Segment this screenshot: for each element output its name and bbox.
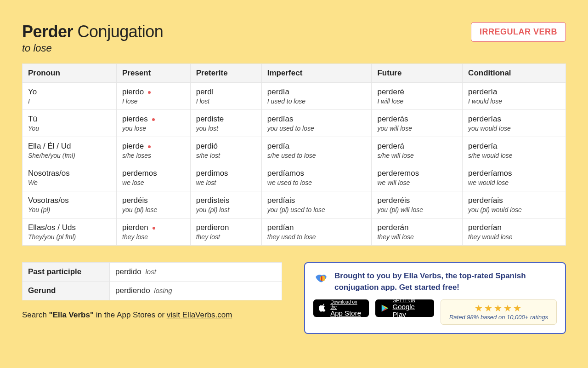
pronoun-cell: Ella / Él / UdShe/he/you (fml) — [23, 137, 117, 164]
conjugation-cell: perderemoswe will lose — [372, 164, 463, 191]
app-store-badge[interactable]: Download on theApp Store — [313, 299, 369, 317]
promo-box: Brought to you by Ella Verbs, the top-ra… — [304, 262, 566, 334]
column-header: Conditional — [463, 64, 566, 83]
svg-point-0 — [320, 276, 325, 281]
conjugation-cell: perdemoswe lose — [117, 164, 191, 191]
table-row: TúYoupierdes you loseperdisteyou lostper… — [23, 110, 566, 137]
participles-table: Past participle perdido lost Gerund perd… — [22, 262, 282, 300]
pronoun-cell: TúYou — [23, 110, 117, 137]
column-header: Pronoun — [23, 64, 117, 83]
conjugation-cell: perderásyou will lose — [372, 110, 463, 137]
table-row: Ellas/os / UdsThey/you (pl fml)pierden t… — [23, 218, 566, 246]
irregular-dot-icon — [148, 145, 151, 148]
conjugation-cell: perderéI will lose — [372, 83, 463, 110]
conjugation-cell: pierde s/he loses — [117, 137, 191, 164]
irregular-dot-icon — [153, 227, 155, 230]
conjugation-cell: perdéisyou (pl) lose — [117, 191, 191, 218]
conjugation-cell: perdías/he used to lose — [261, 137, 372, 164]
conjugation-cell: perdíaisyou (pl) used to lose — [261, 191, 372, 218]
verb-name: Perder — [22, 22, 73, 41]
table-row: Ella / Él / UdShe/he/you (fml)pierde s/h… — [23, 137, 566, 164]
conjugation-cell: perderánthey will lose — [372, 218, 463, 246]
gerund-label: Gerund — [23, 282, 110, 300]
conjugation-cell: perderíanthey would lose — [463, 218, 566, 246]
conjugation-cell: perdieronthey lost — [190, 218, 261, 246]
rating-text: Rated 98% based on 10,000+ ratings — [449, 314, 548, 321]
conjugation-cell: perdimoswe lost — [190, 164, 261, 191]
conjugation-cell: perderíaI would lose — [463, 83, 566, 110]
conjugation-cell: perdíamoswe used to lose — [261, 164, 372, 191]
conjugation-cell: perdisteyou lost — [190, 110, 261, 137]
conjugation-cell: perderías/he would lose — [463, 137, 566, 164]
conjugation-cell: perdiós/he lost — [190, 137, 261, 164]
conjugation-cell: pierdo I lose — [117, 83, 191, 110]
svg-rect-1 — [321, 276, 322, 281]
table-row: Nosotras/osWeperdemoswe loseperdimoswe l… — [23, 164, 566, 191]
conjugation-cell: pierden they lose — [117, 218, 191, 246]
conjugation-cell: perderíasyou would lose — [463, 110, 566, 137]
play-icon — [381, 304, 389, 312]
column-header: Future — [372, 64, 463, 83]
visit-link[interactable]: visit EllaVerbs.com — [167, 310, 232, 319]
column-header: Present — [117, 64, 191, 83]
ella-verbs-link[interactable]: Ella Verbs — [404, 271, 441, 280]
star-icons: ★★★★★ — [449, 303, 548, 314]
promo-text: Brought to you by Ella Verbs, the top-ra… — [334, 270, 557, 293]
pronoun-cell: YoI — [23, 83, 117, 110]
gerund-value: perdiendo losing — [110, 282, 282, 300]
conjugation-table: PronounPresentPreteriteImperfectFutureCo… — [22, 63, 566, 246]
conjugation-cell: perderás/he will lose — [372, 137, 463, 164]
app-logo-icon — [313, 271, 329, 287]
past-participle-value: perdido lost — [110, 263, 282, 282]
verb-translation: to lose — [22, 42, 163, 54]
ratings-box: ★★★★★ Rated 98% based on 10,000+ ratings — [441, 299, 557, 325]
title-suffix: Conjugation — [78, 22, 164, 41]
past-participle-label: Past participle — [23, 263, 110, 282]
conjugation-cell: perderéisyou (pl) will lose — [372, 191, 463, 218]
apple-icon — [319, 304, 327, 313]
irregular-badge: IRREGULAR VERB — [471, 22, 566, 42]
column-header: Imperfect — [261, 64, 372, 83]
conjugation-cell: perdíaI used to lose — [261, 83, 372, 110]
conjugation-cell: pierdes you lose — [117, 110, 191, 137]
column-header: Preterite — [190, 64, 261, 83]
page-title: Perder Conjugation — [22, 22, 163, 41]
conjugation-cell: perdisteisyou (pl) lost — [190, 191, 261, 218]
pronoun-cell: Ellas/os / UdsThey/you (pl fml) — [23, 218, 117, 246]
conjugation-cell: perderíaisyou (pl) would lose — [463, 191, 566, 218]
pronoun-cell: Nosotras/osWe — [23, 164, 117, 191]
conjugation-cell: perdíanthey used to lose — [261, 218, 372, 246]
table-row: YoIpierdo I loseperdíI lostperdíaI used … — [23, 83, 566, 110]
irregular-dot-icon — [152, 118, 155, 121]
search-hint: Search "Ella Verbs" in the App Stores or… — [22, 310, 282, 320]
pronoun-cell: Vosotras/osYou (pl) — [23, 191, 117, 218]
conjugation-cell: perdíasyou used to lose — [261, 110, 372, 137]
google-play-badge[interactable]: GET IT ONGoogle Play — [375, 299, 434, 317]
conjugation-cell: perderíamoswe would lose — [463, 164, 566, 191]
conjugation-cell: perdíI lost — [190, 83, 261, 110]
table-row: Vosotras/osYou (pl)perdéisyou (pl) losep… — [23, 191, 566, 218]
irregular-dot-icon — [148, 91, 151, 94]
